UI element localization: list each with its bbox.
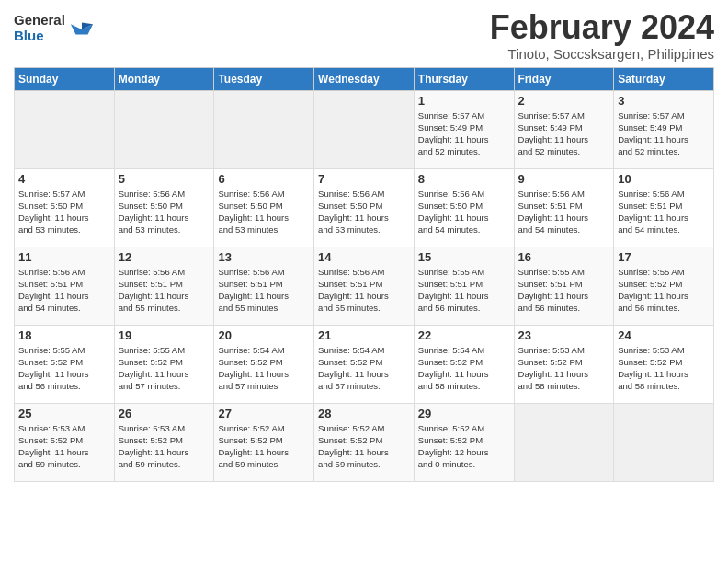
calendar-cell: 8Sunrise: 5:56 AM Sunset: 5:50 PM Daylig… <box>414 168 514 247</box>
day-number: 26 <box>119 407 210 420</box>
calendar-cell <box>514 403 614 481</box>
calendar-table: SundayMondayTuesdayWednesdayThursdayFrid… <box>14 67 714 482</box>
day-info: Sunrise: 5:52 AM Sunset: 5:52 PM Dayligh… <box>218 422 310 471</box>
calendar-week-1: 1Sunrise: 5:57 AM Sunset: 5:49 PM Daylig… <box>15 90 714 168</box>
calendar-cell: 10Sunrise: 5:56 AM Sunset: 5:51 PM Dayli… <box>614 168 714 247</box>
day-info: Sunrise: 5:55 AM Sunset: 5:52 PM Dayligh… <box>119 344 210 393</box>
day-number: 17 <box>618 250 710 264</box>
calendar-cell: 16Sunrise: 5:55 AM Sunset: 5:51 PM Dayli… <box>514 247 614 325</box>
calendar-cell: 25Sunrise: 5:53 AM Sunset: 5:52 PM Dayli… <box>15 403 115 481</box>
day-info: Sunrise: 5:54 AM Sunset: 5:52 PM Dayligh… <box>218 344 310 393</box>
day-number: 21 <box>318 328 410 342</box>
day-info: Sunrise: 5:56 AM Sunset: 5:51 PM Dayligh… <box>318 266 410 315</box>
day-header-friday: Friday <box>514 67 614 90</box>
calendar-cell: 7Sunrise: 5:56 AM Sunset: 5:50 PM Daylig… <box>314 168 415 247</box>
day-info: Sunrise: 5:57 AM Sunset: 5:49 PM Dayligh… <box>518 109 610 158</box>
day-info: Sunrise: 5:57 AM Sunset: 5:49 PM Dayligh… <box>618 109 710 158</box>
calendar-cell: 5Sunrise: 5:56 AM Sunset: 5:50 PM Daylig… <box>114 168 214 247</box>
day-info: Sunrise: 5:56 AM Sunset: 5:51 PM Dayligh… <box>618 188 710 236</box>
calendar-cell: 20Sunrise: 5:54 AM Sunset: 5:52 PM Dayli… <box>214 325 314 403</box>
calendar-cell: 2Sunrise: 5:57 AM Sunset: 5:49 PM Daylig… <box>514 90 614 168</box>
day-info: Sunrise: 5:54 AM Sunset: 5:52 PM Dayligh… <box>318 344 410 393</box>
day-header-tuesday: Tuesday <box>214 67 314 90</box>
day-info: Sunrise: 5:57 AM Sunset: 5:49 PM Dayligh… <box>418 109 510 158</box>
logo-general-text: General <box>14 13 65 29</box>
location-title: Tinoto, Soccsksargen, Philippines <box>490 46 714 62</box>
day-number: 24 <box>618 328 710 342</box>
day-info: Sunrise: 5:57 AM Sunset: 5:50 PM Dayligh… <box>18 188 110 236</box>
calendar-week-4: 18Sunrise: 5:55 AM Sunset: 5:52 PM Dayli… <box>15 325 714 403</box>
day-number: 16 <box>518 250 610 264</box>
day-info: Sunrise: 5:55 AM Sunset: 5:51 PM Dayligh… <box>418 266 510 315</box>
calendar-cell: 23Sunrise: 5:53 AM Sunset: 5:52 PM Dayli… <box>514 325 614 403</box>
day-info: Sunrise: 5:56 AM Sunset: 5:51 PM Dayligh… <box>218 266 310 315</box>
day-info: Sunrise: 5:54 AM Sunset: 5:52 PM Dayligh… <box>418 344 510 393</box>
day-number: 13 <box>218 250 310 264</box>
day-number: 8 <box>418 172 510 186</box>
calendar-cell <box>314 90 415 168</box>
day-number: 3 <box>618 94 710 108</box>
calendar-cell: 13Sunrise: 5:56 AM Sunset: 5:51 PM Dayli… <box>214 247 314 325</box>
day-number: 1 <box>418 94 510 108</box>
day-number: 29 <box>418 407 510 420</box>
day-number: 20 <box>218 328 310 342</box>
day-number: 5 <box>119 172 210 186</box>
calendar-cell: 28Sunrise: 5:52 AM Sunset: 5:52 PM Dayli… <box>314 403 415 481</box>
day-header-monday: Monday <box>114 67 214 90</box>
day-number: 18 <box>18 328 110 342</box>
logo-blue-text: Blue <box>14 29 65 44</box>
calendar-cell: 6Sunrise: 5:56 AM Sunset: 5:50 PM Daylig… <box>214 168 314 247</box>
day-info: Sunrise: 5:56 AM Sunset: 5:51 PM Dayligh… <box>119 266 210 315</box>
day-number: 19 <box>119 328 210 342</box>
day-info: Sunrise: 5:53 AM Sunset: 5:52 PM Dayligh… <box>119 422 210 471</box>
calendar-cell: 27Sunrise: 5:52 AM Sunset: 5:52 PM Dayli… <box>214 403 314 481</box>
calendar-cell: 18Sunrise: 5:55 AM Sunset: 5:52 PM Dayli… <box>15 325 115 403</box>
calendar-cell: 24Sunrise: 5:53 AM Sunset: 5:52 PM Dayli… <box>614 325 714 403</box>
day-info: Sunrise: 5:56 AM Sunset: 5:50 PM Dayligh… <box>218 188 310 236</box>
month-title: February 2024 <box>490 9 714 46</box>
day-info: Sunrise: 5:52 AM Sunset: 5:52 PM Dayligh… <box>418 422 510 471</box>
logo: General Blue <box>14 13 95 43</box>
day-number: 11 <box>18 250 110 264</box>
day-number: 9 <box>518 172 610 186</box>
calendar-cell <box>114 90 214 168</box>
calendar-cell: 29Sunrise: 5:52 AM Sunset: 5:52 PM Dayli… <box>414 403 514 481</box>
day-info: Sunrise: 5:56 AM Sunset: 5:51 PM Dayligh… <box>518 188 610 236</box>
day-number: 27 <box>218 407 310 420</box>
calendar-cell: 1Sunrise: 5:57 AM Sunset: 5:49 PM Daylig… <box>414 90 514 168</box>
calendar-cell: 3Sunrise: 5:57 AM Sunset: 5:49 PM Daylig… <box>614 90 714 168</box>
calendar-header-row: SundayMondayTuesdayWednesdayThursdayFrid… <box>15 67 714 90</box>
day-info: Sunrise: 5:55 AM Sunset: 5:52 PM Dayligh… <box>18 344 110 393</box>
day-info: Sunrise: 5:55 AM Sunset: 5:52 PM Dayligh… <box>618 266 710 315</box>
calendar-cell: 26Sunrise: 5:53 AM Sunset: 5:52 PM Dayli… <box>114 403 214 481</box>
day-info: Sunrise: 5:55 AM Sunset: 5:51 PM Dayligh… <box>518 266 610 315</box>
calendar-cell: 21Sunrise: 5:54 AM Sunset: 5:52 PM Dayli… <box>314 325 415 403</box>
day-number: 6 <box>218 172 310 186</box>
day-info: Sunrise: 5:56 AM Sunset: 5:50 PM Dayligh… <box>418 188 510 236</box>
day-number: 12 <box>119 250 210 264</box>
calendar-cell: 11Sunrise: 5:56 AM Sunset: 5:51 PM Dayli… <box>15 247 115 325</box>
calendar-week-2: 4Sunrise: 5:57 AM Sunset: 5:50 PM Daylig… <box>15 168 714 247</box>
day-number: 10 <box>618 172 710 186</box>
day-number: 15 <box>418 250 510 264</box>
day-number: 4 <box>18 172 110 186</box>
calendar-cell <box>214 90 314 168</box>
calendar-week-5: 25Sunrise: 5:53 AM Sunset: 5:52 PM Dayli… <box>15 403 714 481</box>
calendar-cell: 15Sunrise: 5:55 AM Sunset: 5:51 PM Dayli… <box>414 247 514 325</box>
day-number: 28 <box>318 407 410 420</box>
calendar-cell: 22Sunrise: 5:54 AM Sunset: 5:52 PM Dayli… <box>414 325 514 403</box>
day-header-saturday: Saturday <box>614 67 714 90</box>
day-info: Sunrise: 5:53 AM Sunset: 5:52 PM Dayligh… <box>18 422 110 471</box>
title-block: February 2024 Tinoto, Soccsksargen, Phil… <box>490 9 714 62</box>
day-header-thursday: Thursday <box>414 67 514 90</box>
day-info: Sunrise: 5:53 AM Sunset: 5:52 PM Dayligh… <box>518 344 610 393</box>
logo-icon <box>69 16 95 41</box>
day-number: 14 <box>318 250 410 264</box>
calendar-week-3: 11Sunrise: 5:56 AM Sunset: 5:51 PM Dayli… <box>15 247 714 325</box>
calendar-cell: 14Sunrise: 5:56 AM Sunset: 5:51 PM Dayli… <box>314 247 415 325</box>
day-number: 25 <box>18 407 110 420</box>
calendar-cell: 4Sunrise: 5:57 AM Sunset: 5:50 PM Daylig… <box>15 168 115 247</box>
day-header-wednesday: Wednesday <box>314 67 415 90</box>
day-number: 7 <box>318 172 410 186</box>
day-info: Sunrise: 5:56 AM Sunset: 5:51 PM Dayligh… <box>18 266 110 315</box>
